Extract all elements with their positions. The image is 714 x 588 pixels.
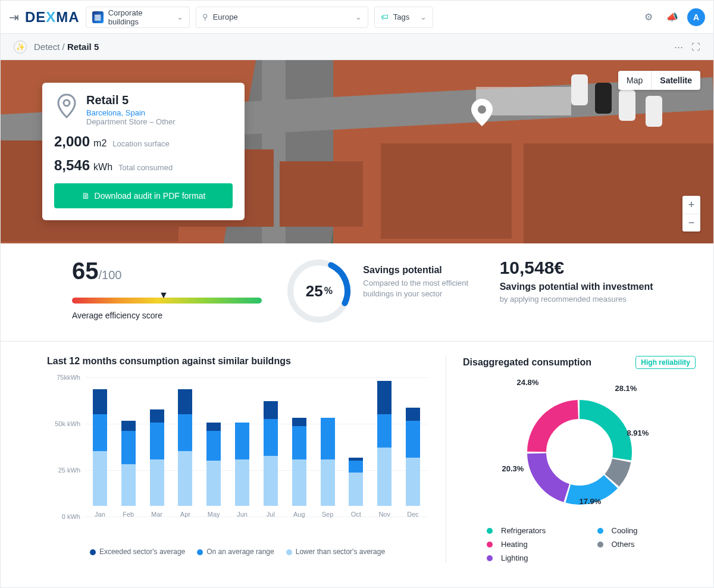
tags-selector-label: Tags	[393, 12, 409, 21]
map-view-satellite[interactable]: Satellite	[651, 71, 700, 90]
svg-point-16	[478, 105, 486, 114]
score-pointer-icon: ▼	[159, 290, 168, 301]
legend-high: Exceeded sector's average	[90, 548, 185, 556]
building-thumb-icon: ▦	[92, 11, 104, 23]
kpi-savings-potential: 25% Savings potential Compared to the mo…	[286, 258, 475, 324]
charts-row: Last 12 months consumption against simil…	[1, 342, 713, 580]
location-title: Retail 5	[86, 93, 176, 107]
breadcrumb-section[interactable]: Detect /	[34, 42, 67, 52]
svg-rect-9	[646, 96, 662, 127]
consumed-unit: kWh	[93, 162, 112, 173]
svg-rect-8	[619, 90, 635, 121]
chevron-down-icon: ⌄	[414, 12, 427, 21]
svg-rect-6	[571, 74, 588, 105]
announcements-icon[interactable]: 📣	[663, 8, 681, 26]
pie-chart-legend: Refrigerators Cooling Heating Others Lig…	[487, 526, 696, 562]
investment-title: Savings potential with investment	[500, 282, 690, 292]
chevron-down-icon: ⌄	[243, 12, 362, 21]
menu-toggle-icon[interactable]: ⇥	[9, 10, 19, 24]
investment-value: 10,548€	[500, 258, 690, 278]
building-selector-label: Corporate buildings	[108, 8, 172, 26]
consumed-label: Total consumed	[118, 163, 173, 172]
map-view-toggle: Map Satellite	[618, 71, 700, 90]
map-view-map[interactable]: Map	[618, 71, 651, 90]
surface-value: 2,000	[54, 133, 90, 150]
kpi-investment-savings: 10,548€ Savings potential with investmen…	[500, 258, 690, 324]
user-avatar[interactable]: A	[687, 8, 705, 26]
chevron-down-icon: ⌄	[177, 12, 183, 21]
reliability-badge: High reliability	[635, 356, 696, 369]
surface-unit: m2	[93, 138, 107, 149]
bar-chart-legend: Exceeded sector's average On an average …	[47, 548, 428, 556]
tags-selector[interactable]: 🏷 Tags ⌄	[374, 7, 433, 28]
savings-pct-value: 25	[306, 282, 323, 301]
detect-icon: ✨	[14, 40, 27, 54]
download-audit-button[interactable]: 🗎 Download audit in PDF format	[54, 183, 233, 208]
svg-rect-12	[280, 161, 363, 227]
savings-title: Savings potential	[363, 265, 475, 276]
fullscreen-icon[interactable]: ⛶	[691, 42, 700, 52]
legend-others: Others	[597, 540, 696, 549]
legend-refrigerators: Refrigerators	[487, 526, 585, 535]
pie-chart-card: Disaggregated consumption High reliabili…	[446, 356, 696, 562]
consumed-value: 8,546	[54, 157, 90, 174]
sliders-icon: ⚲	[202, 12, 208, 21]
brand-logo: DEXMA	[25, 9, 80, 26]
bar-chart-card: Last 12 months consumption against simil…	[47, 356, 428, 562]
svg-point-17	[64, 100, 70, 106]
score-label: Average efficiency score	[72, 311, 262, 320]
legend-mid: On an average range	[197, 548, 274, 556]
kpi-row: 65/100 ▼ Average efficiency score 25% Sa…	[1, 243, 713, 342]
location-category: Department Store – Other	[86, 117, 176, 126]
score-value: 65	[72, 258, 99, 284]
donut-chart: 28.1%8.91%17.9%20.3%24.8%	[514, 387, 645, 518]
score-denominator: /100	[99, 268, 122, 282]
investment-sub: by applying recommended measures	[500, 295, 690, 304]
region-selector-label: Europe	[213, 12, 238, 21]
pie-chart-title: Disaggregated consumption	[463, 357, 591, 368]
legend-heating: Heating	[487, 540, 585, 549]
surface-label: Location surface	[112, 139, 169, 148]
breadcrumb-bar: ✨ Detect / Retail 5 ⋯ ⛶	[1, 34, 713, 60]
legend-low: Lower than sector's average	[286, 548, 385, 556]
bar-chart-title: Last 12 months consumption against simil…	[47, 356, 428, 367]
legend-lighting: Lighting	[487, 553, 585, 562]
legend-cooling: Cooling	[597, 526, 696, 535]
pin-icon	[54, 93, 79, 118]
map-zoom-controls: + −	[682, 196, 700, 232]
region-selector[interactable]: ⚲ Europe ⌄	[196, 7, 368, 28]
breadcrumb-page: Retail 5	[67, 42, 99, 52]
kpi-efficiency-score: 65/100 ▼ Average efficiency score	[72, 258, 262, 324]
building-selector[interactable]: ▦ Corporate buildings ⌄	[86, 7, 190, 28]
savings-sub: Compared to the most efficient buildings…	[363, 278, 475, 299]
hero-map[interactable]: Map Satellite + − Retail 5 Barcelona, Sp…	[1, 60, 713, 243]
tag-icon: 🏷	[381, 12, 389, 21]
bar-chart: 0 kWh25 kWh50k kWh75kkWhJanFebMarAprMayJ…	[85, 377, 428, 532]
svg-rect-7	[595, 83, 612, 114]
more-icon[interactable]: ⋯	[674, 42, 683, 52]
download-audit-label: Download audit in PDF format	[95, 191, 206, 201]
savings-ring: 25%	[286, 258, 352, 324]
savings-pct-unit: %	[324, 286, 333, 296]
file-icon: 🗎	[82, 191, 90, 201]
zoom-in-button[interactable]: +	[682, 196, 700, 214]
location-city[interactable]: Barcelona, Spain	[86, 108, 176, 117]
settings-icon[interactable]: ⚙	[640, 8, 657, 26]
svg-rect-13	[381, 143, 512, 239]
location-info-card: Retail 5 Barcelona, Spain Department Sto…	[42, 83, 245, 220]
topbar: ⇥ DEXMA ▦ Corporate buildings ⌄ ⚲ Europe…	[1, 1, 713, 34]
zoom-out-button[interactable]: −	[682, 214, 700, 232]
